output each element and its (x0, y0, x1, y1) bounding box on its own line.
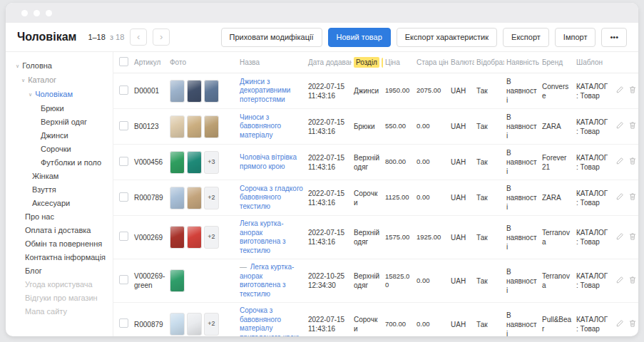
time-value: 11:43:16 (308, 127, 349, 136)
sidebar-item-14[interactable]: Контактна інформація (16, 251, 113, 264)
more-photos-badge[interactable]: +2 (204, 226, 219, 249)
sidebar-item-3[interactable]: Брюки (16, 102, 113, 115)
delete-icon[interactable] (628, 232, 637, 243)
next-page-button[interactable]: › (153, 28, 170, 46)
edit-icon[interactable] (615, 319, 624, 330)
column-header-2[interactable]: Назва (237, 52, 306, 73)
sidebar-item-7[interactable]: Футболки и поло (16, 156, 113, 170)
product-photo[interactable] (187, 80, 202, 103)
sidebar-item-2[interactable]: ∨Чоловікам (16, 88, 113, 102)
product-photo[interactable] (170, 151, 185, 174)
sidebar-item-13[interactable]: Обмін та повернення (16, 237, 113, 251)
column-header-11[interactable]: Шаблон (574, 52, 611, 73)
row-checkbox[interactable] (119, 192, 128, 202)
delete-icon[interactable] (628, 86, 637, 96)
row-checkbox[interactable] (119, 275, 128, 284)
sidebar-item-10[interactable]: Аксесуари (16, 197, 113, 210)
sidebar-item-9[interactable]: Взуття (16, 183, 113, 197)
row-checkbox[interactable] (119, 121, 128, 130)
sidebar-item-0[interactable]: ∨Головна (16, 59, 113, 73)
column-header-1[interactable]: Фото (168, 52, 237, 73)
delete-icon[interactable] (628, 276, 637, 286)
edit-icon[interactable] (615, 276, 624, 286)
delete-icon[interactable] (628, 319, 637, 330)
row-checkbox[interactable] (119, 157, 128, 166)
delete-icon[interactable] (628, 157, 637, 167)
cell-name: Сорочка з бавовняного матеріалу притален… (237, 303, 306, 337)
edit-icon[interactable] (615, 121, 624, 132)
product-photo[interactable] (204, 115, 219, 138)
hide-modifications-button[interactable]: Приховати модифікації (221, 28, 322, 47)
sidebar-item-12[interactable]: Оплата і доставка (16, 224, 113, 237)
product-name-link[interactable]: Джинси з декоративними потертостями (240, 78, 304, 105)
column-header-5[interactable]: Ціна (383, 52, 414, 73)
edit-icon[interactable] (615, 86, 624, 96)
column-header-6[interactable]: Стара ціна (414, 52, 449, 73)
cell-visible: Так (474, 259, 504, 303)
product-photo[interactable] (187, 151, 202, 174)
row-select-cell (113, 303, 132, 337)
window-control-dot[interactable] (34, 10, 40, 16)
more-photos-badge[interactable]: +3 (204, 151, 219, 174)
product-name-link[interactable]: Легка куртка-анорак виготовлена з тексти… (240, 219, 304, 255)
cell-template: КАТАЛОГ: Товар (574, 73, 611, 109)
more-photos-badge[interactable]: +2 (204, 313, 219, 336)
product-name-link[interactable]: Чиноси з бавовняного матеріалу (240, 113, 304, 140)
sidebar-item-4[interactable]: Верхній одяг (16, 115, 113, 129)
product-photo[interactable] (187, 313, 202, 336)
delete-icon[interactable] (628, 192, 637, 203)
product-name-link[interactable]: Сорочка з гладкого бавовняного текстилю (240, 185, 304, 212)
product-photo[interactable] (187, 115, 202, 138)
sidebar-item-5[interactable]: Джинси (16, 129, 113, 142)
sidebar-item-16[interactable]: Угода користувача (16, 278, 113, 291)
delete-icon[interactable] (628, 121, 637, 132)
sidebar-item-15[interactable]: Блог (16, 264, 113, 278)
import-button[interactable]: Імпорт (555, 28, 596, 47)
select-all-checkbox[interactable] (119, 57, 128, 66)
product-photo[interactable] (170, 269, 185, 292)
row-checkbox[interactable] (119, 318, 128, 328)
product-name-link[interactable]: — Легка куртка-анорак виготовлена з текс… (240, 263, 304, 299)
edit-icon[interactable] (615, 232, 624, 243)
product-photo[interactable] (187, 226, 202, 249)
more-photos-badge[interactable]: +2 (204, 187, 219, 209)
column-header-9[interactable]: Наявність (504, 52, 540, 73)
product-photo[interactable] (170, 226, 185, 249)
column-header-3[interactable]: Дата додавання (306, 52, 352, 73)
export-button[interactable]: Експорт (503, 28, 549, 47)
product-photo[interactable] (204, 80, 219, 103)
cell-availability: В наявності (504, 216, 540, 259)
sidebar-item-17[interactable]: Відгуки про магазин (16, 291, 113, 305)
product-photo[interactable] (170, 115, 185, 138)
cell-currency: UAH (449, 303, 474, 337)
product-name-link[interactable]: Сорочка з бавовняного матеріалу притален… (240, 306, 304, 336)
new-product-button[interactable]: Новий товар (328, 28, 391, 47)
row-checkbox[interactable] (119, 86, 128, 95)
sidebar-item-8[interactable]: Жінкам (16, 170, 113, 183)
sidebar-item-18[interactable]: Мапа сайту (16, 305, 113, 318)
sidebar-item-1[interactable]: ∨Каталог (16, 73, 113, 88)
edit-icon[interactable] (615, 157, 624, 167)
product-photo[interactable] (187, 187, 202, 209)
product-photo[interactable] (170, 187, 185, 209)
table-row: R000789+2Сорочка з гладкого бавовняного … (113, 180, 638, 216)
product-photo[interactable] (170, 80, 185, 103)
column-header-7[interactable]: Валюта (449, 52, 474, 73)
edit-icon[interactable] (615, 192, 624, 203)
pagination: 1–18 з 18 (88, 33, 124, 41)
column-header-10[interactable]: Бренд (540, 52, 574, 73)
column-header-0[interactable]: Артикул (132, 52, 168, 73)
sort-icon[interactable]: ⇅ (382, 58, 383, 68)
column-header-4[interactable]: Розділ⇅ (352, 52, 383, 73)
more-button[interactable]: ••• (601, 28, 627, 47)
export-characteristics-button[interactable]: Експорт характеристик (397, 28, 497, 47)
column-header-8[interactable]: Відображати (474, 52, 504, 73)
window-control-dot[interactable] (21, 10, 28, 16)
window-control-dot[interactable] (46, 10, 52, 16)
row-checkbox[interactable] (119, 232, 128, 241)
product-photo[interactable] (170, 313, 185, 336)
prev-page-button[interactable]: ‹ (130, 28, 147, 46)
product-name-link[interactable]: Чоловіча вітрівка прямого крою (240, 153, 304, 171)
sidebar-item-11[interactable]: Про нас (16, 210, 113, 224)
sidebar-item-6[interactable]: Сорочки (16, 142, 113, 156)
